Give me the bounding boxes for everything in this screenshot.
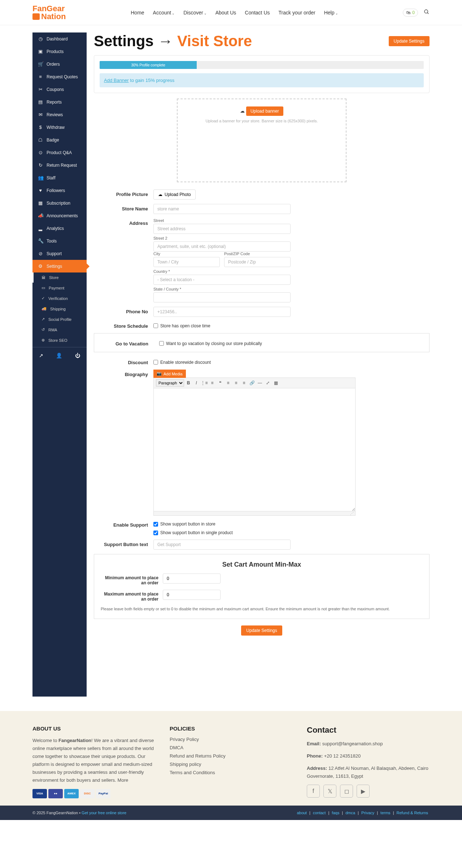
- nav-track-your-order[interactable]: Track your order: [279, 10, 315, 16]
- policy-link[interactable]: Terms and Conditions: [170, 770, 292, 775]
- sidebar-sub-socialprofile[interactable]: ↗Social Profile: [32, 314, 87, 324]
- sidebar-sub-rma[interactable]: ↺RMA: [32, 324, 87, 335]
- country-select[interactable]: [153, 275, 291, 285]
- banner-upload-area[interactable]: ☁ Upload banner Upload a banner for your…: [177, 99, 346, 182]
- policy-link[interactable]: DMCA: [170, 745, 292, 750]
- sidebar-footer-icon[interactable]: ↗: [39, 353, 43, 358]
- toolbar-toggle-icon[interactable]: ▦: [272, 379, 279, 387]
- sidebar-subscription[interactable]: ▦Subscription: [32, 197, 87, 209]
- sidebar-sub-store[interactable]: 🏛Store: [32, 272, 87, 283]
- policy-link[interactable]: Refund and Returns Policy: [170, 753, 292, 759]
- align-right-icon[interactable]: ≡: [240, 379, 248, 387]
- sidebar-orders[interactable]: 🛒Orders: [32, 58, 87, 70]
- sidebar-requestquotes[interactable]: ≡Request Quotes: [32, 70, 87, 83]
- sidebar-reviews[interactable]: ✉Reviews: [32, 108, 87, 121]
- facebook-icon[interactable]: f: [307, 785, 320, 798]
- sidebar-badge[interactable]: ☖Badge: [32, 134, 87, 146]
- sidebar-followers[interactable]: ♥Followers: [32, 184, 87, 197]
- vacation-checkbox[interactable]: [159, 341, 164, 346]
- free-store-link[interactable]: Get your free online store: [82, 811, 126, 815]
- upload-photo-button[interactable]: ☁Upload Photo: [153, 189, 196, 200]
- unlink-icon[interactable]: —: [256, 379, 263, 387]
- street2-input[interactable]: [153, 241, 291, 252]
- nav-help[interactable]: Help⌄: [324, 10, 338, 16]
- italic-icon[interactable]: I: [193, 379, 200, 387]
- policy-link[interactable]: Shipping policy: [170, 762, 292, 767]
- sidebar-sub-verification[interactable]: ✓Verification: [32, 293, 87, 304]
- state-input[interactable]: [153, 292, 291, 302]
- bullet-list-icon[interactable]: ⋮≡: [201, 379, 208, 387]
- number-list-icon[interactable]: ≡: [209, 379, 216, 387]
- link-icon[interactable]: 🔗: [248, 379, 256, 387]
- profile-progress: 30% Profile complete: [100, 61, 424, 69]
- footer-link[interactable]: Refund & Returns: [397, 811, 428, 815]
- footer-link[interactable]: dmca: [345, 811, 355, 815]
- sidebar-dashboard[interactable]: ◷Dashboard: [32, 32, 87, 45]
- sidebar-support[interactable]: ⊘Support: [32, 247, 87, 260]
- update-settings-bottom[interactable]: Update Settings: [241, 625, 282, 636]
- upload-banner-button[interactable]: Upload banner: [246, 106, 283, 116]
- footer-link[interactable]: faqs: [332, 811, 339, 815]
- support-store-checkbox[interactable]: [153, 522, 158, 527]
- footer-link[interactable]: Privacy: [361, 811, 374, 815]
- add-banner-link[interactable]: Add Banner: [104, 78, 129, 83]
- sidebar-sub-shipping[interactable]: 🚚Shipping: [32, 304, 87, 314]
- nav-menu: HomeAccount⌄Discover⌄About UsContact UsT…: [131, 10, 338, 16]
- discover-icon: DISC: [80, 789, 95, 798]
- discount-checkbox[interactable]: [153, 360, 158, 365]
- sidebar-announcements[interactable]: 📣Announcements: [32, 209, 87, 222]
- sidebar-coupons[interactable]: ✂Coupons: [32, 83, 87, 96]
- update-settings-top[interactable]: Update Settings: [389, 36, 430, 46]
- store-name-input[interactable]: [153, 204, 291, 214]
- footer-link[interactable]: about: [297, 811, 307, 815]
- bag-icon: 🛍: [406, 10, 410, 15]
- sidebar-products[interactable]: ▣Products: [32, 45, 87, 58]
- max-amount-input[interactable]: [163, 590, 221, 600]
- nav-home[interactable]: Home: [131, 10, 144, 16]
- support-product-checkbox[interactable]: [153, 531, 158, 535]
- align-center-icon[interactable]: ≡: [232, 379, 240, 387]
- quote-icon[interactable]: ❝: [217, 379, 224, 387]
- support-text-input[interactable]: [153, 540, 291, 550]
- schedule-checkbox[interactable]: [153, 323, 158, 328]
- footer-link[interactable]: contact: [313, 811, 326, 815]
- footer-link[interactable]: terms: [380, 811, 391, 815]
- visit-store-link[interactable]: Visit Store: [177, 32, 252, 49]
- nav-account[interactable]: Account⌄: [153, 10, 175, 16]
- sidebar-footer-icon[interactable]: 👤: [56, 353, 62, 358]
- policy-link[interactable]: Privacy Policy: [170, 737, 292, 742]
- nav-contact-us[interactable]: Contact Us: [245, 10, 270, 16]
- add-media-button[interactable]: 📷Add Media: [153, 370, 186, 378]
- search-icon[interactable]: [424, 9, 430, 16]
- twitter-icon[interactable]: 𝕏: [323, 785, 336, 798]
- sidebar-analytics[interactable]: ▂Analytics: [32, 222, 87, 235]
- sidebar-reports[interactable]: ▤Reports: [32, 96, 87, 108]
- sidebar-settings[interactable]: ⚙Settings: [32, 260, 87, 272]
- sidebar-sub-storeseo[interactable]: ⊕Store SEO: [32, 335, 87, 345]
- city-input[interactable]: [153, 257, 220, 267]
- sidebar-returnrequest[interactable]: ↻Return Request: [32, 159, 87, 171]
- nav-discover[interactable]: Discover⌄: [183, 10, 206, 16]
- sidebar-footer-icon[interactable]: ⏻: [75, 353, 80, 358]
- sidebar-staff[interactable]: 👥Staff: [32, 171, 87, 184]
- phone-input[interactable]: [153, 307, 291, 317]
- street-input[interactable]: [153, 224, 291, 234]
- editor-resize[interactable]: ⋰: [154, 511, 355, 515]
- align-left-icon[interactable]: ≡: [225, 379, 232, 387]
- min-amount-input[interactable]: [163, 573, 221, 584]
- instagram-icon[interactable]: ◻: [340, 785, 353, 798]
- sidebar-sub-payment[interactable]: ▭Payment: [32, 283, 87, 293]
- logo[interactable]: FanGear Nation: [32, 5, 66, 21]
- sidebar-productqa[interactable]: ⊙Product Q&A: [32, 146, 87, 159]
- cart-button[interactable]: 🛍 0: [403, 9, 418, 17]
- biography-editor[interactable]: [154, 388, 355, 511]
- fullscreen-icon[interactable]: ⤢: [264, 379, 271, 387]
- bold-icon[interactable]: B: [185, 379, 192, 387]
- zip-input[interactable]: [224, 257, 291, 267]
- youtube-icon[interactable]: ▶: [357, 785, 370, 798]
- sidebar-withdraw[interactable]: $Withdraw: [32, 121, 87, 134]
- sidebar-tools[interactable]: 🔧Tools: [32, 235, 87, 247]
- cloud-icon: ☁: [240, 108, 245, 114]
- paragraph-select[interactable]: Paragraph: [156, 379, 184, 387]
- nav-about-us[interactable]: About Us: [215, 10, 236, 16]
